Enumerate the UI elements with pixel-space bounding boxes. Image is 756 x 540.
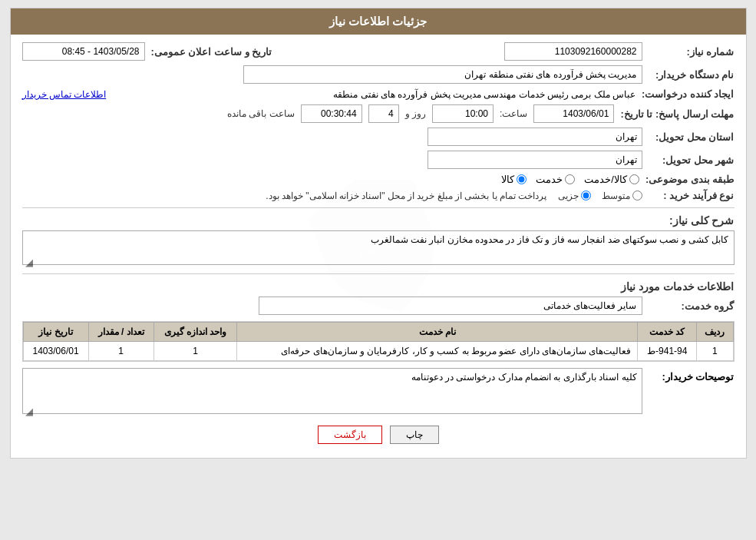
ostan-input[interactable] <box>428 128 642 146</box>
tawzih-container: توصیحات خریدار: کلیه اسناد بارگذاری به ا… <box>22 368 735 416</box>
mohlat-saat-label: ساعت: <box>500 108 527 119</box>
ettelaat-tamas-link[interactable]: اطلاعات تماس خریدار <box>22 89 107 100</box>
sharh-section-title: شرح کلی نیاز: <box>22 214 735 227</box>
name-dastgah-label: نام دستگاه خریدار: <box>642 69 735 81</box>
ijad-label: ایجاد کننده درخواست: <box>636 88 735 100</box>
cell-tedad: 1 <box>88 342 154 361</box>
shahr-row: شهر محل تحویل: <box>22 151 735 169</box>
group-khedmat-input[interactable] <box>259 297 642 315</box>
tabaqe-kala-label: کالا <box>501 174 514 185</box>
shahr-label: شهر محل تحویل: <box>642 154 735 166</box>
page-header: جزئیات اطلاعات نیاز <box>11 8 746 35</box>
name-dastgah-row: نام دستگاه خریدار: <box>22 65 735 84</box>
cell-tarikh: 1403/06/01 <box>23 342 88 361</box>
name-dastgah-input[interactable] <box>243 65 642 84</box>
group-khedmat-row: گروه خدمت: <box>22 297 735 315</box>
col-kod: کد خدمت <box>638 323 697 342</box>
divider-1 <box>22 207 735 208</box>
shomare-niaz-row: شماره نیاز: تاریخ و ساعت اعلان عمومی: <box>22 42 735 61</box>
tawzih-textarea[interactable]: کلیه اسناد بارگذاری به انضمام مدارک درخو… <box>22 368 642 414</box>
tawzih-textarea-wrapper: کلیه اسناد بارگذاری به انضمام مدارک درخو… <box>22 368 642 416</box>
page-container: جزئیات اطلاعات نیاز iTender .net شماره ن… <box>10 8 747 459</box>
tabaqe-khedmat-option[interactable]: خدمت <box>536 174 575 185</box>
tawzih-resize-handle[interactable]: ◢ <box>22 406 33 416</box>
tabaqe-kala-option[interactable]: کالا <box>501 174 527 185</box>
mohlat-date-input[interactable] <box>533 104 614 123</box>
tabaqe-khedmat-radio[interactable] <box>565 174 575 184</box>
mohlat-row: مهلت ارسال پاسخ: تا تاریخ: ساعت: روز و س… <box>22 104 735 123</box>
resize-handle[interactable]: ◢ <box>22 257 33 267</box>
tabaqe-kala-khedmat-radio[interactable] <box>629 174 639 184</box>
noe-motawaset-label: متوسط <box>602 190 630 201</box>
mohlat-baqi-input[interactable] <box>301 104 362 123</box>
ostan-row: استان محل تحویل: <box>22 128 735 146</box>
group-khedmat-label: گروه خدمت: <box>642 300 735 312</box>
tabaqe-kala-khedmat-label: کالا/خدمت <box>584 174 627 185</box>
tawzih-label: توصیحات خریدار: <box>642 368 735 383</box>
noe-row: نوع فرآیند خرید : متوسط جزیی پرداخت تمام… <box>22 190 735 201</box>
page-title: جزئیات اطلاعات نیاز <box>329 15 427 28</box>
cell-radif: 1 <box>697 342 733 361</box>
mohlat-label: مهلت ارسال پاسخ: تا تاریخ: <box>614 108 734 120</box>
mohlat-time-group: ساعت: روز و ساعت باقی مانده <box>227 104 614 123</box>
print-button[interactable]: چاپ <box>390 426 439 444</box>
tarikhe-elan-input[interactable] <box>22 42 145 61</box>
tabaqe-kala-radio[interactable] <box>517 174 527 184</box>
button-row: چاپ بازگشت <box>22 426 735 444</box>
col-radif: ردیف <box>697 323 733 342</box>
noe-description: پرداخت تمام یا بخشی از مبلغ خرید از محل … <box>266 190 546 201</box>
ostan-label: استان محل تحویل: <box>642 131 735 143</box>
ijad-row: ایجاد کننده درخواست: عباس ملک برمی رئیس … <box>22 88 735 100</box>
mohlat-baqi-label: ساعت باقی مانده <box>227 108 295 119</box>
cell-kod: 941-94-ط <box>638 342 697 361</box>
noe-motawaset-radio[interactable] <box>632 190 642 200</box>
col-vahed: واحد اندازه گیری <box>154 323 237 342</box>
services-table: ردیف کد خدمت نام خدمت واحد اندازه گیری ت… <box>23 322 734 361</box>
mohlat-rooz-label: روز و <box>405 108 426 119</box>
cell-nam: فعالیت‌های سازمان‌های دارای عضو مربوط به… <box>237 342 638 361</box>
tarikhe-elan-label: تاریخ و ساعت اعلان عمومی: <box>145 46 280 58</box>
tabaqe-row: طبقه بندی موضوعی: کالا/خدمت خدمت کالا <box>22 174 735 185</box>
noe-radio-group: متوسط جزیی پرداخت تمام یا بخشی از مبلغ خ… <box>266 190 642 201</box>
col-tedad: تعداد / مقدار <box>88 323 154 342</box>
sharh-textarea-wrapper: كابل كشی و نصب سوکتهای ضد انفجار سه فاز … <box>22 230 735 267</box>
noe-jazii-radio[interactable] <box>581 190 591 200</box>
sharh-textarea[interactable]: كابل كشی و نصب سوکتهای ضد انفجار سه فاز … <box>22 230 735 265</box>
mohlat-saat-input[interactable] <box>432 104 494 123</box>
tabaqe-kala-khedmat-option[interactable]: کالا/خدمت <box>584 174 639 185</box>
shomare-niaz-input[interactable] <box>504 42 642 61</box>
ijad-value: عباس ملک برمی رئیس خدمات مهندسی مدیریت پ… <box>112 89 636 100</box>
noe-jazii-label: جزیی <box>558 190 579 201</box>
noe-jazii-option[interactable]: جزیی <box>558 190 591 201</box>
tabaqe-radio-group: کالا/خدمت خدمت کالا <box>501 174 639 185</box>
mohlat-rooz-input[interactable] <box>368 104 399 123</box>
noe-motawaset-option[interactable]: متوسط <box>602 190 642 201</box>
divider-2 <box>22 273 735 274</box>
tabaqe-khedmat-label: خدمت <box>536 174 563 185</box>
noe-label: نوع فرآیند خرید : <box>642 190 735 201</box>
data-table-section: ردیف کد خدمت نام خدمت واحد اندازه گیری ت… <box>22 321 735 362</box>
shomare-niaz-label: شماره نیاز: <box>642 46 735 58</box>
tabaqe-label: طبقه بندی موضوعی: <box>639 174 735 185</box>
cell-vahed: 1 <box>154 342 237 361</box>
col-tarikh: تاریخ نیاز <box>23 323 88 342</box>
ettelaat-section-title: اطلاعات خدمات مورد نیاز <box>22 280 735 293</box>
back-button[interactable]: بازگشت <box>318 426 382 444</box>
table-row: 1 941-94-ط فعالیت‌های سازمان‌های دارای ع… <box>23 342 733 361</box>
shahr-input[interactable] <box>428 151 642 169</box>
col-nam: نام خدمت <box>237 323 638 342</box>
sharh-container: كابل كشی و نصب سوکتهای ضد انفجار سه فاز … <box>22 230 735 267</box>
